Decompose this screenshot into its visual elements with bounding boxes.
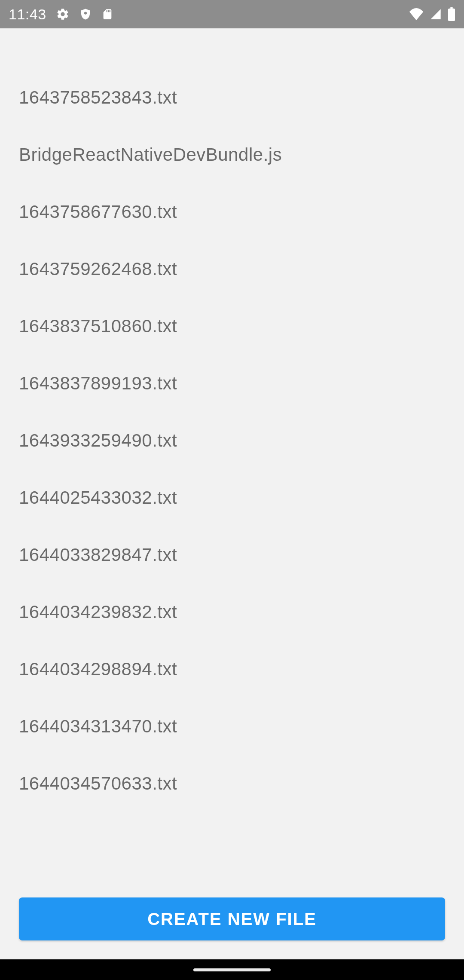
file-item[interactable]: 1643837899193.txt — [0, 355, 464, 412]
file-name: 1644034239832.txt — [19, 602, 177, 622]
gesture-handle-icon[interactable] — [193, 968, 271, 971]
file-name: 1644034298894.txt — [19, 659, 177, 680]
file-item[interactable]: 1643837510860.txt — [0, 297, 464, 355]
create-new-file-label: CREATE NEW FILE — [147, 910, 317, 929]
status-bar-left: 11:43 — [9, 6, 113, 23]
file-item[interactable]: BridgeReactNativeDevBundle.js — [0, 126, 464, 183]
file-name: 1643837899193.txt — [19, 373, 177, 394]
sd-card-icon — [101, 7, 113, 21]
file-name: 1644033829847.txt — [19, 545, 177, 565]
create-new-file-button[interactable]: CREATE NEW FILE — [19, 897, 445, 940]
file-name: 1643837510860.txt — [19, 316, 177, 337]
status-bar: 11:43 — [0, 0, 464, 28]
file-name: 1643758523843.txt — [19, 87, 177, 108]
settings-gear-icon — [56, 7, 70, 21]
system-nav-bar — [0, 959, 464, 980]
file-item[interactable]: 1644025433032.txt — [0, 469, 464, 526]
status-time: 11:43 — [9, 6, 46, 23]
file-item[interactable]: 1643933259490.txt — [0, 412, 464, 469]
file-name: 1643933259490.txt — [19, 430, 177, 451]
file-name: 1644025433032.txt — [19, 487, 177, 508]
file-item[interactable]: 1644033829847.txt — [0, 526, 464, 583]
file-item[interactable]: 1644034298894.txt — [0, 640, 464, 698]
battery-icon — [448, 7, 455, 21]
cell-signal-icon — [430, 8, 442, 20]
shield-icon — [79, 8, 92, 21]
status-bar-right — [409, 7, 455, 21]
file-name: 1644034570633.txt — [19, 773, 177, 794]
file-item[interactable]: 1643758677630.txt — [0, 183, 464, 240]
file-item[interactable]: 1644034239832.txt — [0, 583, 464, 640]
file-name: BridgeReactNativeDevBundle.js — [19, 144, 282, 165]
file-name: 1644034313470.txt — [19, 716, 177, 737]
file-name: 1643759262468.txt — [19, 259, 177, 279]
wifi-icon — [409, 8, 424, 20]
file-item[interactable]: 1644034570633.txt — [0, 755, 464, 812]
file-list[interactable]: 1643758523843.txtBridgeReactNativeDevBun… — [0, 28, 464, 896]
file-item[interactable]: 1644034313470.txt — [0, 698, 464, 755]
file-item[interactable]: 1643758523843.txt — [0, 69, 464, 126]
file-item[interactable]: 1643759262468.txt — [0, 240, 464, 297]
file-name: 1643758677630.txt — [19, 202, 177, 222]
screen-body: 1643758523843.txtBridgeReactNativeDevBun… — [0, 28, 464, 959]
